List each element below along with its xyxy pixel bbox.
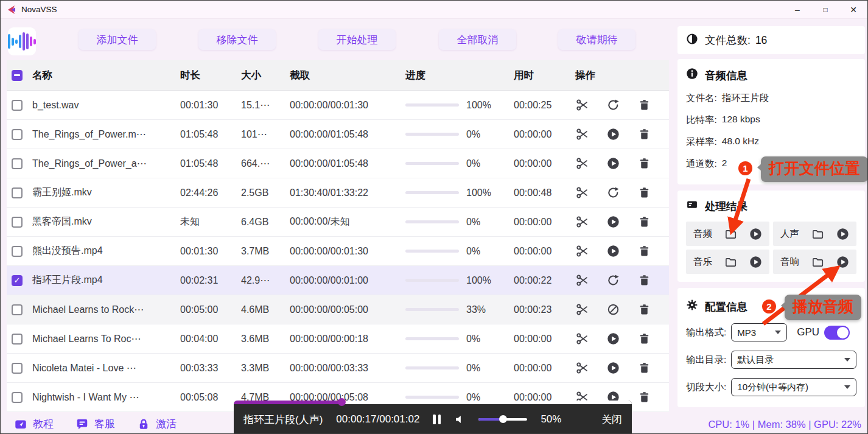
row-checkbox[interactable] — [12, 129, 23, 140]
row-action-play-icon[interactable] — [606, 245, 620, 258]
trash-icon[interactable] — [637, 99, 651, 112]
table-row[interactable]: b_test.wav00:01:3015.1⋯00:00:00/00:01:30… — [7, 91, 669, 120]
trash-icon[interactable] — [637, 245, 651, 258]
cancel-all-button[interactable]: 全部取消 — [439, 29, 516, 50]
output-format-select[interactable]: MP3 — [731, 323, 787, 341]
add-files-button[interactable]: 添加文件 — [79, 29, 156, 50]
progress-cell: 0% — [399, 246, 508, 257]
file-name: Michael Learns to Rock⋯ — [32, 304, 174, 315]
table-row[interactable]: 黑客帝国.mkv未知6.4GB00:00:00/未知0%00:00:00 — [7, 208, 669, 237]
trash-icon[interactable] — [637, 215, 651, 229]
file-size: 664.⋯ — [235, 158, 284, 169]
row-checkbox[interactable] — [12, 217, 23, 228]
play-result-icon[interactable] — [749, 256, 762, 268]
row-checkbox[interactable] — [12, 187, 23, 198]
trash-icon[interactable] — [637, 186, 651, 200]
scissors-icon[interactable] — [575, 332, 589, 346]
open-folder-icon[interactable] — [811, 256, 824, 268]
row-action-play-icon[interactable] — [606, 362, 620, 375]
row-action-play-icon[interactable] — [606, 157, 620, 170]
volume-handle[interactable] — [499, 415, 507, 423]
scissors-icon[interactable] — [575, 362, 589, 375]
play-result-icon[interactable] — [836, 256, 849, 268]
coming-soon-button[interactable]: 敬请期待 — [558, 29, 635, 50]
table-row[interactable]: Michael Learns to Rock⋯00:05:004.6MB00:0… — [7, 295, 669, 324]
scissors-icon[interactable] — [575, 274, 589, 287]
trash-icon[interactable] — [637, 303, 651, 317]
trash-icon[interactable] — [637, 274, 651, 287]
table-row[interactable]: The_Rings_of_Power.m⋯01:05:48101⋯00:00:0… — [7, 120, 669, 149]
row-action-refresh-icon[interactable] — [606, 99, 620, 112]
play-result-icon[interactable] — [836, 228, 849, 240]
row-action-cancel-icon[interactable] — [606, 303, 620, 317]
table-row[interactable]: 霸王别姬.mkv02:44:262.5GB01:30:40/01:33:2210… — [7, 178, 669, 208]
row-checkbox[interactable] — [12, 334, 23, 345]
speaker-icon[interactable] — [454, 414, 465, 425]
trash-icon[interactable] — [637, 157, 651, 170]
scissors-icon[interactable] — [575, 186, 589, 200]
progress-cell: 100% — [399, 275, 508, 286]
table-row[interactable]: Nicoleta Matei - Love ⋯00:03:333.3MB00:0… — [7, 354, 669, 383]
segment-size-select[interactable]: 10分钟(中等内存) — [731, 378, 856, 396]
scissors-icon[interactable] — [575, 245, 589, 258]
player-close-button[interactable]: 关闭 — [601, 413, 622, 427]
remove-files-button[interactable]: 移除文件 — [198, 29, 276, 50]
row-action-play-icon[interactable] — [606, 332, 620, 346]
footer-link-教程[interactable]: 教程 — [14, 417, 54, 431]
row-checkbox[interactable]: ✓ — [12, 275, 23, 286]
elapsed-time: 00:00:23 — [508, 304, 567, 315]
file-clip-range: 00:00:00/00:01:00 — [284, 275, 399, 286]
row-checkbox[interactable] — [12, 158, 23, 169]
gpu-toggle[interactable] — [824, 326, 850, 340]
output-dir-select[interactable]: 默认目录 — [731, 351, 856, 369]
row-checkbox[interactable] — [12, 392, 23, 403]
file-clip-range: 00:00:00/未知 — [284, 215, 399, 228]
file-size: 15.1⋯ — [235, 99, 284, 111]
open-folder-icon[interactable] — [724, 228, 737, 240]
table-row[interactable]: 熊出没预告.mp400:01:303.7MB00:00:00/00:01:300… — [7, 237, 669, 266]
row-action-refresh-icon[interactable] — [606, 186, 620, 200]
row-checkbox[interactable] — [12, 304, 23, 315]
row-checkbox[interactable] — [12, 100, 23, 111]
close-icon[interactable]: ✕ — [839, 1, 867, 18]
row-checkbox[interactable] — [12, 246, 23, 257]
select-all-checkbox[interactable] — [12, 70, 23, 81]
row-action-refresh-icon[interactable] — [606, 274, 620, 287]
table-row[interactable]: Michael Learns To Roc⋯00:04:003.6MB00:00… — [7, 324, 669, 354]
scissors-icon[interactable] — [575, 157, 589, 170]
support-icon — [75, 418, 89, 431]
file-table: 名称 时长 大小 截取 进度 用时 操作 b_test.wav00:01:301… — [7, 60, 669, 412]
footer-link-客服[interactable]: 客服 — [75, 417, 115, 431]
trash-icon[interactable] — [637, 332, 651, 346]
scissors-icon[interactable] — [575, 303, 589, 317]
progress-cell: 100% — [399, 100, 508, 111]
trash-icon[interactable] — [637, 391, 651, 404]
row-action-play-icon[interactable] — [606, 128, 620, 141]
table-header: 名称 时长 大小 截取 进度 用时 操作 — [7, 60, 669, 91]
maximize-icon[interactable]: □ — [811, 1, 839, 18]
volume-slider[interactable] — [478, 418, 527, 421]
scissors-icon[interactable] — [575, 99, 589, 112]
play-result-icon[interactable] — [749, 228, 762, 240]
table-row[interactable]: ✓指环王片段.mp400:02:3142.9⋯00:00:00/00:01:00… — [7, 266, 669, 295]
pause-icon[interactable] — [433, 415, 441, 424]
header-name: 名称 — [32, 69, 174, 82]
scissors-icon[interactable] — [575, 215, 589, 229]
row-checkbox[interactable] — [12, 363, 23, 374]
open-folder-icon[interactable] — [724, 256, 737, 268]
footer-link-激活[interactable]: 激活 — [137, 417, 177, 431]
total-files-value: 16 — [755, 34, 767, 47]
elapsed-time: 00:00:00 — [508, 363, 567, 374]
file-name: 指环王片段.mp4 — [32, 274, 174, 287]
open-folder-icon[interactable] — [811, 228, 824, 240]
trash-icon[interactable] — [637, 362, 651, 375]
file-name: b_test.wav — [32, 100, 174, 111]
row-action-play-icon[interactable] — [606, 215, 620, 229]
bitrate-label: 比特率: — [686, 114, 717, 127]
start-processing-button[interactable]: 开始处理 — [318, 29, 396, 50]
table-row[interactable]: The_Rings_of_Power_a⋯01:05:48664.⋯00:00:… — [7, 149, 669, 178]
scissors-icon[interactable] — [575, 128, 589, 141]
trash-icon[interactable] — [637, 128, 651, 141]
file-name: 熊出没预告.mp4 — [32, 245, 174, 257]
minimize-icon[interactable]: – — [783, 1, 811, 18]
